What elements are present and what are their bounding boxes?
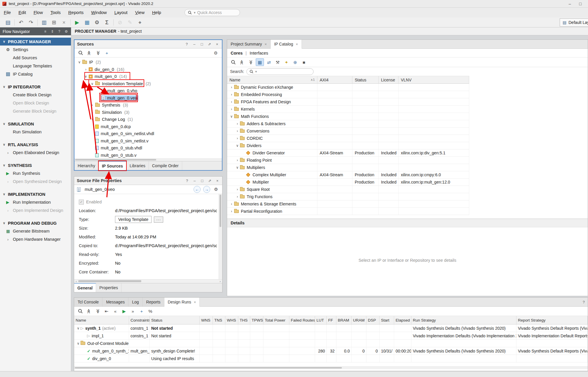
tree-item-ip[interactable]: ∨IP(2) [74,59,222,66]
type-combo[interactable]: Verilog Template [115,216,152,223]
properties-panel-header[interactable]: Source File Properties ?–□⇗× [74,177,222,185]
catalog-column-vlnv[interactable]: VLNV [399,76,469,83]
menu-item-window[interactable]: Window [87,8,110,18]
probe-icon[interactable]: ⌖ [135,18,145,27]
flow-section-header-ip-integrator[interactable]: ∨IP INTEGRATOR [0,83,71,91]
tree-item-mult-gen-0-stub-v[interactable]: mult_gen_0_stub.v [74,152,222,159]
flow-section-header-synthesis[interactable]: ∨SYNTHESIS [0,161,71,169]
flow-section-header-simulation[interactable]: ∨SIMULATION [0,120,71,128]
add-run-icon[interactable]: + [138,308,145,315]
collapse-all-icon[interactable]: ≪ [86,49,93,56]
design-run-row-out-of-context-module-runs[interactable]: ∨Out-of-Context Module Runs [74,340,588,347]
catalog-column-axi4[interactable]: AXI4 [317,76,352,83]
catalog-row-floating-point[interactable]: ›Floating Point [227,157,469,164]
minimize-icon[interactable]: – [569,1,571,6]
catalog-view-interfaces[interactable]: Interfaces [250,51,268,55]
catalog-row-kernels[interactable]: ›Kernels [227,106,469,113]
flow-item-run-synthesis[interactable]: ▶Run Synthesis [0,169,71,177]
runs-column-tpws[interactable]: TPWS [250,316,263,324]
catalog-row-dynamic-function-exchange[interactable]: ›Dynamic Function eXchange [227,84,469,91]
maximize-icon[interactable]: □ [200,41,204,47]
runs-column-name[interactable]: Name [74,316,129,324]
back-icon[interactable]: ← [194,186,201,193]
catalog-column-status[interactable]: Status [352,76,379,83]
editor-tab-ip-catalog[interactable]: IP Catalog× [271,40,302,49]
search-icon[interactable] [229,59,237,66]
catalog-column-name[interactable]: Name∧1 [227,76,317,83]
flow-item-run-implementation[interactable]: ▶Run Implementation [0,198,71,206]
flow-item-open-elaborated-design[interactable]: ›Open Elaborated Design [0,149,71,157]
flow-item-settings[interactable]: ⚙Settings [0,46,71,54]
collapse-all-icon[interactable]: ≪ [238,59,246,66]
web-icon[interactable]: ⊕ [291,59,299,66]
design-runs-horizontal-scrollbar[interactable] [74,366,588,369]
settings-gear-icon[interactable]: ⚙ [213,186,219,193]
float-icon[interactable]: ⇗ [207,41,212,47]
ellipsis-button[interactable]: ··· [154,217,163,223]
flow-item-run-simulation[interactable]: Run Simulation [0,128,71,136]
catalog-row-adders-subtracters[interactable]: ›Adders & Subtracters [227,120,469,128]
runs-column-total-power[interactable]: Total Power [263,316,289,324]
tree-item-change-log[interactable]: ›Change Log(1) [74,116,222,123]
runs-column-wns[interactable]: WNS [200,316,213,324]
forward-icon[interactable]: → [203,186,210,193]
restructure-icon[interactable]: ⇄ [265,59,273,66]
stop-icon[interactable]: ■ [300,59,308,66]
search-icon[interactable] [77,49,84,56]
runs-column-ff[interactable]: FF [327,316,336,324]
flow-item-generate-bitstream[interactable]: ▦Generate Bitstream [0,227,71,235]
flow-section-header-implementation[interactable]: ∨IMPLEMENTATION [0,190,71,198]
menu-icon[interactable]: ≡ [43,29,47,34]
expand-all-icon[interactable]: ≪ [94,308,102,315]
catalog-row-complex-multiplier[interactable]: Complex MultiplierAXI4-StreamProductionI… [227,171,469,179]
tree-item-mult-gen-0[interactable]: ∨mult_gen_0(14) [74,73,222,80]
flow-item-add-sources[interactable]: Add Sources [0,54,71,62]
catalog-row-conversions[interactable]: ›Conversions [227,128,469,135]
flow-item-open-implemented-design[interactable]: ›Open Implemented Design [0,206,71,214]
scroll-right-icon[interactable]: › [218,280,222,283]
flow-section-header-project-manager[interactable]: ∨PROJECT MANAGER [0,38,71,46]
catalog-row-square-root[interactable]: ›Square Root [227,186,469,193]
runs-column-status[interactable]: Status [150,316,200,324]
help-icon[interactable]: ? [185,41,189,47]
properties-tab-general[interactable]: General [74,283,96,292]
runs-column-lut[interactable]: LUT [315,316,327,324]
save-icon[interactable]: ▤ [3,18,13,27]
tree-item-synthesis[interactable]: ›Synthesis(3) [74,102,222,109]
catalog-row-math-functions[interactable]: ∨Math Functions [227,113,469,120]
pause-icon[interactable]: ⊘ [115,18,125,27]
catalog-view-cores[interactable]: Cores [231,51,243,55]
menu-item-flow[interactable]: Flow [30,8,47,18]
expand-all-icon[interactable]: ⇕ [50,29,54,34]
flow-item-language-templates[interactable]: Language Templates [0,62,71,70]
catalog-row-multiplier[interactable]: MultiplierProductionIncludedxilinx.com:i… [227,179,469,186]
runs-column-elapsed[interactable]: Elapsed [394,316,411,324]
menu-item-edit[interactable]: Edit [15,8,30,18]
step-back-icon[interactable]: « [112,308,119,315]
close-icon[interactable]: × [215,178,220,183]
settings-gear-icon[interactable]: ⚙ [64,29,68,34]
tree-item-mult-gen-0-sim-netlist-v[interactable]: mult_gen_0_sim_netlist.v [74,137,222,145]
minimize-icon[interactable]: – [192,178,197,183]
add-sources-icon[interactable]: + [103,49,111,56]
menu-item-file[interactable]: File [0,8,15,18]
redo-icon[interactable]: ↷ [26,18,36,27]
help-icon[interactable]: ? [583,298,588,306]
runs-column-run-strategy[interactable]: Run Strategy [411,316,516,324]
catalog-row-memories-storage-elements[interactable]: ›Memories & Storage Elements [227,200,469,208]
report-icon[interactable]: ▥ [39,18,49,27]
edit-icon[interactable]: ✎ [125,18,135,27]
design-run-row-impl-1[interactable]: ▷impl_1constrs_1Not startedVivado Implem… [74,332,588,340]
catalog-row-multipliers[interactable]: ∨Multipliers [227,164,469,171]
collapse-all-icon[interactable]: ≪ [85,308,93,315]
step-forward-icon[interactable]: » [129,308,137,315]
tree-item-mult-gen-0-sim-netlist-vhdl[interactable]: mult_gen_0_sim_netlist.vhdl [74,130,222,137]
settings-gear-icon[interactable]: ⚙ [92,18,102,27]
flow-section-header-program-and-debug[interactable]: ∨PROGRAM AND DEBUG [0,219,71,227]
close-icon[interactable]: × [215,41,219,47]
catalog-row-cordic[interactable]: ›CORDIC [227,135,469,142]
quick-access-search[interactable]: ▾ Quick Access [185,9,240,16]
runs-column-uram[interactable]: URAM [352,316,366,324]
tree-item-mult-gen-0-dcp[interactable]: mult_gen_0.dcp [74,123,222,130]
expand-all-icon[interactable]: ≪ [247,59,255,66]
